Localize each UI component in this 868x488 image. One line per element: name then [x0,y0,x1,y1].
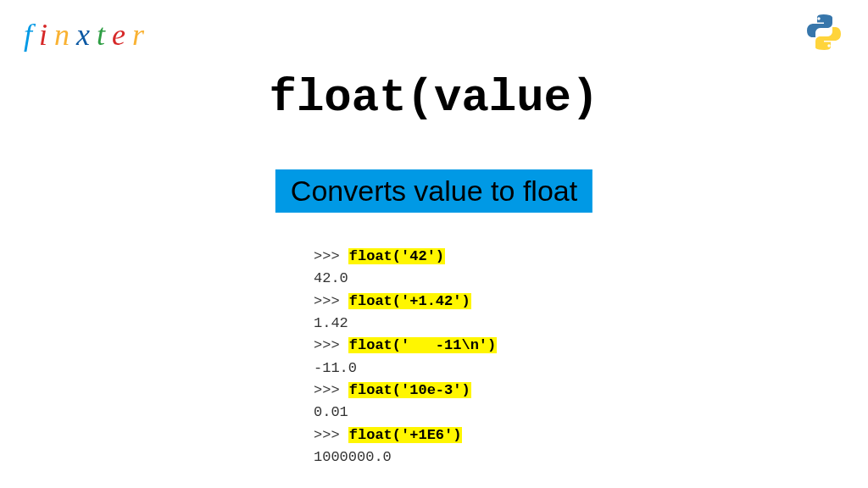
logo-letter: i [39,17,54,53]
code-call: float('10e-3') [348,382,471,398]
code-output-line: 0.01 [314,402,497,424]
page-title: float(value) [0,72,868,124]
code-input-line: >>> float(' -11\n') [314,335,497,357]
code-output-line: 42.0 [314,268,497,290]
code-input-line: >>> float('10e-3') [314,380,497,402]
logo-letter: x [76,17,97,53]
code-call: float('42') [348,248,445,264]
code-output-line: 1000000.0 [314,446,497,469]
code-output-line: 1.42 [314,313,497,335]
finxter-logo: finxter [24,17,151,53]
subtitle-text: Converts value to float [291,175,577,208]
logo-letter: f [24,17,39,53]
logo-letter: r [132,17,151,53]
repl-prompt: >>> [314,293,348,309]
logo-letter: t [97,17,112,53]
code-example-block: >>> float('42')42.0>>> float('+1.42')1.4… [314,246,497,469]
code-output-line: -11.0 [314,358,497,380]
svg-point-0 [817,17,820,19]
svg-point-1 [827,44,830,47]
code-call: float(' -11\n') [348,337,497,353]
code-call: float('+1E6') [348,427,463,443]
python-icon [804,12,844,53]
repl-prompt: >>> [314,382,348,398]
logo-letter: e [112,17,132,53]
code-input-line: >>> float('+1E6') [314,424,497,446]
subtitle-box: Converts value to float [275,169,593,213]
repl-prompt: >>> [314,427,348,443]
repl-prompt: >>> [314,337,348,353]
repl-prompt: >>> [314,248,348,264]
logo-letter: n [54,17,76,53]
code-input-line: >>> float('42') [314,246,497,268]
code-call: float('+1.42') [348,293,471,309]
code-input-line: >>> float('+1.42') [314,291,497,313]
